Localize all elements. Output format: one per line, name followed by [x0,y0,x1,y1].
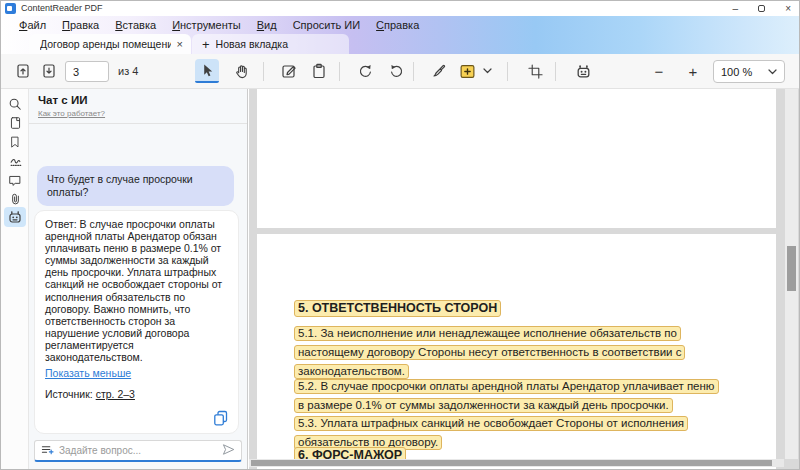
divider [29,123,247,124]
app-window: ContentReader PDF – × Файл Правка Вставк… [0,0,800,470]
minimize-icon[interactable]: – [733,2,739,15]
vertical-scrollbar[interactable] [785,89,798,459]
clipboard-button[interactable] [307,59,331,83]
how-it-works-link[interactable]: Как это работает? [38,109,105,118]
tab-document[interactable]: Договор аренды помещения... × [29,34,191,54]
menu-file[interactable]: Файл [11,18,54,32]
window-controls: – × [733,2,791,15]
vertical-scrollbar-thumb[interactable] [787,246,796,291]
main-area: Чат с ИИ Как это работает? Что будет в с… [1,89,799,469]
tab-document-label: Договор аренды помещения... [40,38,171,50]
header: Файл Правка Вставка Инструменты Вид Спро… [1,16,799,54]
chevron-down-icon[interactable] [479,59,495,83]
chat-panel-title: Чат с ИИ [38,94,87,106]
app-title: ContentReader PDF [21,3,103,13]
tab-new[interactable]: + Новая вкладка [192,34,349,54]
attachments-icon[interactable] [4,190,26,208]
cursor-tool-button[interactable] [195,59,219,83]
page-total-label: из 4 [118,65,138,77]
hand-tool-button[interactable] [229,59,253,83]
source-pages-link[interactable]: стр. 2–3 [96,388,135,400]
signature-icon[interactable] [4,152,26,170]
toolbar-separator [507,62,508,81]
zoom-level-value: 100 % [721,66,752,78]
toolbar-separator [263,62,264,81]
horizontal-scrollbar[interactable] [249,459,784,467]
menu-bar: Файл Правка Вставка Инструменты Вид Спро… [1,16,799,34]
left-panel-tabs [1,89,29,469]
user-question-text: Что будет в случае просрочки оплаты? [47,173,193,198]
toolbar-separator [339,62,340,81]
toolbar: из 4 [1,54,799,89]
close-icon[interactable]: × [785,2,791,15]
doc-clause-5-1: 5.1. За неисполнение или ненадлежащее ис… [294,323,685,380]
zoom-out-button[interactable]: − [649,60,669,83]
highlighter-pen-button[interactable] [427,59,451,83]
toolbar-separator [555,62,556,81]
new-chat-icon[interactable] [41,442,54,460]
ai-answer-text: Ответ: В случае просрочки оплаты арендно… [45,218,228,363]
page-up-button[interactable] [11,59,35,83]
add-comment-button[interactable] [455,59,479,83]
ai-answer-card: Ответ: В случае просрочки оплаты арендно… [34,210,239,434]
page-thumbnails-icon[interactable] [4,114,26,132]
rotate-left-button[interactable] [353,59,377,83]
search-icon[interactable] [4,95,26,113]
bookmarks-icon[interactable] [4,133,26,151]
title-bar: ContentReader PDF – × [1,1,799,16]
source-label: Источник: [45,388,93,400]
chat-question-input[interactable] [59,445,222,456]
menu-view[interactable]: Вид [249,18,285,32]
send-icon[interactable] [222,442,235,460]
ai-chat-panel: Чат с ИИ Как это работает? Что будет в с… [29,89,248,469]
copy-icon[interactable] [213,410,229,426]
toolbar-separator [413,62,414,81]
app-icon [5,3,16,14]
zoom-level-dropdown[interactable]: 100 % [713,60,785,83]
user-question-bubble: Что будет в случае просрочки оплаты? [37,166,234,206]
menu-tools[interactable]: Инструменты [164,18,249,32]
chat-input-bar [34,440,242,462]
comments-icon[interactable] [4,171,26,189]
ai-chat-icon[interactable] [4,207,26,227]
plus-icon: + [202,37,210,52]
ai-robot-button[interactable] [571,59,595,83]
show-less-link[interactable]: Показать меньше [45,367,131,379]
tab-row: Договор аренды помещения... × + Новая вк… [1,34,799,54]
menu-ask-ai[interactable]: Спросить ИИ [285,18,368,32]
tab-close-icon[interactable]: × [177,38,183,50]
menu-help[interactable]: Справка [368,18,427,32]
horizontal-scrollbar-thumb[interactable] [251,460,772,466]
document-view: 5. ОТВЕТСТВЕННОСТЬ СТОРОН 5.1. За неиспо… [249,89,799,469]
chevron-down-icon [768,69,777,75]
answer-source: Источник: стр. 2–3 [45,388,228,400]
edit-note-button[interactable] [277,59,301,83]
zoom-in-button[interactable]: + [683,60,703,83]
doc-clause-5-2: 5.2. В случае просрочки оплаты арендной … [294,376,719,414]
page-number-input[interactable] [65,61,109,82]
menu-insert[interactable]: Вставка [107,18,164,32]
pdf-page-2 [257,89,776,228]
rotate-right-button[interactable] [385,59,409,83]
doc-section-5-heading: 5. ОТВЕТСТВЕННОСТЬ СТОРОН [294,298,501,317]
crop-button[interactable] [523,59,547,83]
page-down-button[interactable] [37,59,61,83]
tab-new-label: Новая вкладка [216,38,341,50]
menu-edit[interactable]: Правка [54,18,107,32]
maximize-icon[interactable] [758,5,765,12]
pdf-page-3: 5. ОТВЕТСТВЕННОСТЬ СТОРОН 5.1. За неиспо… [257,234,776,470]
